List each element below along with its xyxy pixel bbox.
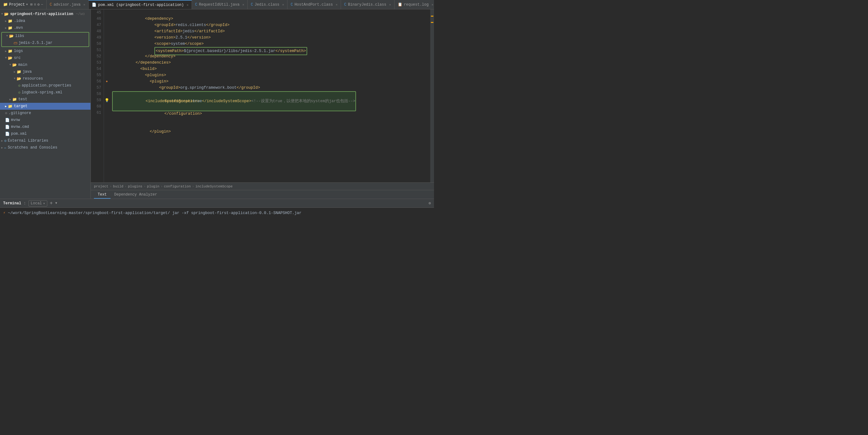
breadcrumb-item-build[interactable]: build <box>113 184 123 188</box>
gutter-59: 💡 <box>104 97 110 104</box>
class-icon-bj: C <box>344 2 346 7</box>
terminal-settings-icon[interactable]: ⚙ <box>429 201 431 206</box>
breadcrumb-item-project[interactable]: project <box>94 184 108 188</box>
folder-icon-idea: 📁 <box>8 19 12 24</box>
item-label-test: test <box>18 97 27 102</box>
breadcrumb: project › build › plugins › plugin › con… <box>91 182 434 190</box>
dropdown-icon[interactable]: ▼ <box>26 3 28 6</box>
config-highlight-box: <configuration> <includeSystemScope>true… <box>112 91 356 111</box>
folder-icon-mvn: 📁 <box>8 26 12 30</box>
gutter-57 <box>104 85 110 91</box>
close-local-icon[interactable]: ✕ <box>43 202 45 205</box>
ext-libs-icon: ⚙ <box>4 139 6 143</box>
sidebar-item-app-props[interactable]: ⚙ application.properties <box>0 82 91 89</box>
breadcrumb-item-plugin[interactable]: plugin <box>147 184 159 188</box>
close-icon-pom[interactable]: ✕ <box>187 3 188 7</box>
item-label-mvnw-cmd: mvnw.cmd <box>11 125 29 129</box>
item-label-java: java <box>23 69 32 74</box>
tab-label-jedis: Jedis.class <box>255 2 279 7</box>
tab-pom[interactable]: 📄 pom.xml (springboot-first-application)… <box>89 0 192 9</box>
layout-icon[interactable]: ⊞ <box>30 2 33 7</box>
item-label-logback: logback-spring.xml <box>22 90 62 95</box>
gutter-49 <box>104 34 110 41</box>
breadcrumb-sep-1: › <box>110 184 112 188</box>
gutter-47 <box>104 22 110 28</box>
chevron-right-icon-scratch: ▶ <box>1 146 3 149</box>
sidebar-item-logs[interactable]: ▶ 📁 logs <box>0 48 91 55</box>
sidebar-item-pom-xml[interactable]: 📄 pom.xml <box>0 130 91 137</box>
gear-icon[interactable]: ⚙ <box>37 2 39 7</box>
sidebar-item-main[interactable]: ▼ 📂 main <box>0 61 91 68</box>
add-terminal-icon[interactable]: + <box>50 201 53 206</box>
item-label-main: main <box>18 63 27 67</box>
gutter-58 <box>104 91 110 97</box>
breadcrumb-sep-4: › <box>161 184 163 188</box>
item-label-res: resources <box>23 77 43 81</box>
code-line-61: </plugin> <box>112 122 430 128</box>
terminal-dropdown-icon[interactable]: ▼ <box>55 202 57 205</box>
item-label-target: target <box>14 104 27 109</box>
sidebar-item-resources[interactable]: ▼ 📂 resources <box>0 75 91 82</box>
folder-icon-res: 📂 <box>17 77 21 81</box>
gutter-46 <box>104 16 110 22</box>
tab-requestlog[interactable]: 📋 request.log ✕ <box>395 0 434 9</box>
item-label-src: src <box>14 56 21 60</box>
tab-advisor[interactable]: C advisor.java ✕ <box>46 0 89 9</box>
sidebar-item-java[interactable]: ▶ 📁 java <box>0 68 91 75</box>
sidebar-item-gitignore[interactable]: ⊙ .gitignore <box>0 110 91 117</box>
gutter-61 <box>104 110 110 116</box>
chevron-down-icon: ▼ <box>1 12 3 16</box>
gutter-56: ● <box>104 78 110 85</box>
tab-text[interactable]: Text <box>94 191 111 199</box>
file-icon-props: ⚙ <box>18 83 20 88</box>
code-line-60: </configuration> <box>113 104 355 111</box>
right-gutter <box>430 9 434 182</box>
close-icon-bj[interactable]: ✕ <box>389 3 391 7</box>
sidebar-item-test[interactable]: ▶ 📁 test <box>0 96 91 103</box>
minus-icon[interactable]: − <box>41 2 43 7</box>
close-icon-reqlog[interactable]: ✕ <box>432 3 433 7</box>
sidebar-item-jedis-jar[interactable]: ▶ 🗃 jedis-2.5.1.jar <box>2 39 89 47</box>
file-icon-logback: ⚙ <box>18 90 20 95</box>
item-label-mvn: .mvn <box>14 26 23 30</box>
code-area: 45 46 47 48 49 50 51 52 53 54 55 56 57 5… <box>91 9 434 199</box>
gutter-53 <box>104 60 110 66</box>
tab-requestid[interactable]: C RequestIdUtil.java ✕ <box>192 0 248 9</box>
sidebar-item-src[interactable]: ▼ 📂 src <box>0 55 91 61</box>
item-sublabel: ~/wo <box>76 12 85 16</box>
breadcrumb-item-config[interactable]: configuration <box>164 184 191 188</box>
item-label-git: .gitignore <box>8 111 31 115</box>
tab-binaryjedis[interactable]: C BinaryJedis.class ✕ <box>341 0 395 9</box>
collapse-icon[interactable]: ≡ <box>34 2 36 7</box>
folder-icon-libs: 📂 <box>9 34 14 38</box>
tab-dependency-analyzer[interactable]: Dependency Analyzer <box>111 191 161 199</box>
sidebar-item-ext-libs[interactable]: ▶ ⚙ External Libraries <box>0 137 91 144</box>
tab-label: advisor.java <box>54 2 81 7</box>
sidebar-item-target[interactable]: ▶ 📁 target <box>0 103 91 110</box>
item-label-libs: libs <box>15 34 24 38</box>
terminal-area: Terminal : Local ✕ + ▼ ⚙ ⚡ ~/work/Spring… <box>0 199 434 218</box>
gutter-48 <box>104 28 110 34</box>
sidebar-item-scratches[interactable]: ▶ ✏ Scratches and Consoles <box>0 144 91 151</box>
sidebar-item-mvn[interactable]: ▶ 📁 .mvn <box>0 24 91 31</box>
close-icon-req[interactable]: ✕ <box>242 3 244 7</box>
tab-hostandport[interactable]: C HostAndPort.class ✕ <box>287 0 341 9</box>
chevron-down-icon-src: ▼ <box>5 56 7 60</box>
breadcrumb-item-includescope[interactable]: includeSystemScope <box>195 184 232 188</box>
local-tab[interactable]: Local ✕ <box>29 200 47 206</box>
code-line-58: <configuration> <box>113 92 355 98</box>
close-icon-jedis[interactable]: ✕ <box>282 3 284 7</box>
breadcrumb-item-plugins[interactable]: plugins <box>128 184 142 188</box>
code-line-54: <plugins> <box>112 66 430 72</box>
close-icon[interactable]: ✕ <box>83 3 85 7</box>
sidebar-item-idea[interactable]: ▶ 📁 .idea <box>0 18 91 24</box>
tab-label-pom: pom.xml (springboot-first-application) <box>98 3 184 7</box>
sidebar-item-mvnw-cmd[interactable]: 📄 mvnw.cmd <box>0 123 91 130</box>
tab-jedis[interactable]: C Jedis.class ✕ <box>248 0 287 9</box>
sidebar-item-mvnw[interactable]: 📄 mvnw <box>0 117 91 123</box>
folder-icon-test: 📁 <box>12 97 17 102</box>
sidebar-item-libs[interactable]: ▼ 📂 libs <box>2 33 89 39</box>
sidebar-item-root[interactable]: ▼ 📂 springboot-first-application ~/wo <box>0 11 91 18</box>
close-icon-hap[interactable]: ✕ <box>336 3 338 7</box>
sidebar-item-logback[interactable]: ⚙ logback-spring.xml <box>0 89 91 96</box>
